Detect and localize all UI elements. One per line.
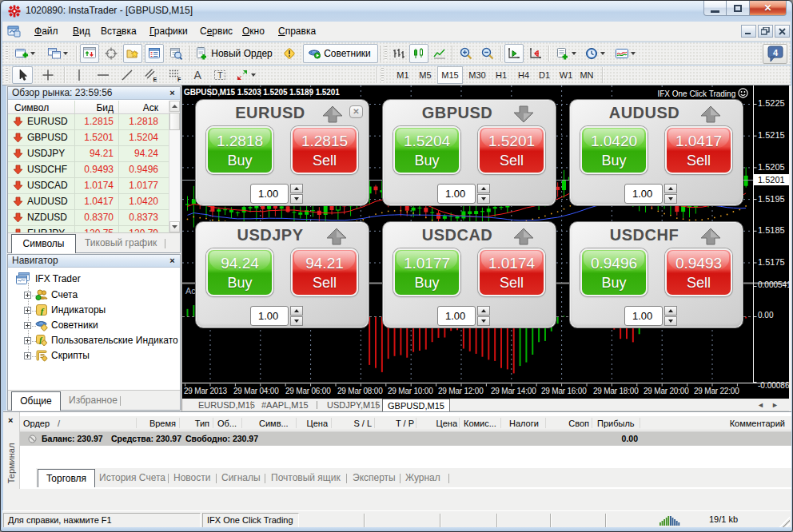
- timeframe-m30-button[interactable]: M30: [464, 66, 490, 84]
- market-watch-row-nzdusd[interactable]: NZDUSD0.83700.8373: [8, 210, 169, 226]
- volume-down-button[interactable]: [477, 194, 490, 204]
- arrows-tool-button[interactable]: [232, 66, 259, 84]
- new-order-button[interactable]: Новый Ордер: [194, 44, 276, 63]
- volume-up-button[interactable]: [664, 306, 677, 316]
- volume-up-button[interactable]: [477, 184, 490, 193]
- buy-button[interactable]: 94.24Buy: [206, 248, 273, 296]
- auto-scroll-button[interactable]: [504, 44, 524, 63]
- terminal-tab-4[interactable]: Почтовый ящик: [271, 472, 341, 483]
- chart-tab-eurusdm15[interactable]: EURUSD,M15: [193, 399, 260, 411]
- dropdown-arrow-icon[interactable]: [63, 52, 68, 55]
- timeframe-w1-button[interactable]: W1: [556, 66, 576, 84]
- crosshair-mode-button[interactable]: [102, 44, 121, 63]
- expand-icon[interactable]: [24, 307, 31, 314]
- tab-symbols[interactable]: Символы: [11, 234, 76, 253]
- dropdown-arrow-icon[interactable]: [572, 52, 576, 55]
- terminal-column-4[interactable]: Симв...: [259, 419, 289, 428]
- sell-button[interactable]: 1.0174Sell: [478, 248, 545, 296]
- expand-icon[interactable]: [24, 322, 31, 329]
- timeframe-m15-button[interactable]: M15: [437, 66, 463, 84]
- volume-input[interactable]: 1.00: [250, 184, 289, 204]
- tab-scroll-left-icon[interactable]: ◄: [757, 401, 764, 409]
- column-symbol[interactable]: Символ: [14, 102, 49, 113]
- chat-button[interactable]: 4: [763, 44, 787, 64]
- buy-button[interactable]: 1.5204Buy: [393, 126, 460, 174]
- terminal-tab-6[interactable]: Журнал: [405, 472, 440, 483]
- terminal-column-2[interactable]: Тип: [195, 419, 209, 428]
- terminal-column-10[interactable]: Налоги: [509, 419, 539, 428]
- volume-up-button[interactable]: [290, 184, 303, 193]
- market-watch-row-usdcad[interactable]: USDCAD1.01741.0177: [8, 178, 169, 194]
- expand-icon[interactable]: [24, 337, 31, 344]
- zoom-out-button[interactable]: [478, 44, 497, 63]
- sell-button[interactable]: 1.2815Sell: [291, 126, 358, 174]
- menu-item-графики[interactable]: Графики: [146, 22, 191, 42]
- market-watch-scrollbar[interactable]: [169, 101, 180, 232]
- restore-button[interactable]: [726, 1, 750, 16]
- terminal-column-0[interactable]: Ордер: [23, 419, 50, 428]
- text-tool-button[interactable]: A: [189, 66, 208, 84]
- terminal-column-5[interactable]: Цена: [307, 419, 328, 428]
- menu-item-окно[interactable]: Окно: [239, 22, 268, 42]
- terminal-tab-1[interactable]: История Счета: [99, 472, 165, 483]
- sell-button[interactable]: 1.0417Sell: [665, 126, 732, 174]
- buy-button[interactable]: 0.9496Buy: [580, 248, 648, 296]
- timeframe-h1-button[interactable]: H1: [492, 66, 511, 84]
- close-button[interactable]: ✕: [750, 1, 787, 16]
- terminal-column-13[interactable]: Комментарий: [730, 419, 785, 428]
- terminal-column-1[interactable]: Время: [149, 419, 176, 428]
- sell-button[interactable]: 0.9493Sell: [665, 248, 732, 296]
- timeframe-m5-button[interactable]: M5: [415, 66, 436, 84]
- navigator-close-icon[interactable]: ×: [167, 256, 177, 266]
- volume-up-button[interactable]: [290, 306, 303, 316]
- resize-grip[interactable]: [779, 517, 790, 528]
- market-watch-close-icon[interactable]: ×: [167, 88, 177, 98]
- scroll-down-button[interactable]: [169, 221, 180, 232]
- tab-common[interactable]: Общие: [11, 391, 61, 411]
- market-watch-column-headers[interactable]: СимволБидАск: [8, 101, 180, 114]
- chart-tab-usdjpym15[interactable]: USDJPY,M15: [322, 399, 385, 411]
- channel-tool-button[interactable]: E: [141, 66, 161, 84]
- periods-button[interactable]: [582, 44, 608, 63]
- market-watch-header[interactable]: Обзор рынка: 23:59:56 ×: [8, 87, 180, 100]
- volume-down-button[interactable]: [477, 316, 490, 326]
- templates-button[interactable]: [552, 44, 580, 63]
- market-watch-row-gbpusd[interactable]: GBPUSD1.52011.5204: [8, 130, 169, 146]
- zoom-in-button[interactable]: [456, 44, 476, 63]
- chart-tab-gbpusdm15[interactable]: GBPUSD,M15: [382, 399, 450, 412]
- vertical-line-tool-button[interactable]: [69, 66, 90, 84]
- buy-button[interactable]: 1.0177Buy: [393, 248, 460, 296]
- fibonacci-tool-button[interactable]: F: [165, 66, 185, 84]
- minimize-button[interactable]: [703, 1, 726, 16]
- timeframe-m1-button[interactable]: M1: [393, 66, 413, 84]
- tab-scroll-right-icon[interactable]: ►: [771, 401, 779, 409]
- volume-down-button[interactable]: [664, 194, 677, 204]
- bar-chart-button[interactable]: [389, 44, 408, 63]
- market-watch-row-audusd[interactable]: AUDUSD1.04171.0420: [8, 194, 169, 210]
- scroll-up-button[interactable]: [169, 101, 180, 112]
- market-watch-row-eurjpy[interactable]: EURJPY120.75120.79: [8, 226, 169, 232]
- tree-root-ifx-trader[interactable]: IFX Trader: [16, 272, 81, 286]
- title-bar[interactable]: 1020890: InstaTrader - [GBPUSD,M15] ✕: [2, 1, 791, 22]
- timeframe-d1-button[interactable]: D1: [535, 66, 554, 84]
- sell-button[interactable]: 94.21Sell: [291, 248, 358, 296]
- indicators-button[interactable]: [611, 44, 640, 63]
- chart-shift-button[interactable]: [526, 44, 545, 63]
- market-watch-toggle-button[interactable]: [145, 44, 164, 63]
- volume-input[interactable]: 1.00: [624, 306, 663, 326]
- timeframe-mn-button[interactable]: MN: [576, 66, 597, 84]
- tab-tick-chart[interactable]: Тиковый график: [85, 237, 157, 248]
- terminal-column-6[interactable]: S / L: [353, 419, 372, 428]
- volume-input[interactable]: 1.00: [250, 306, 289, 326]
- menu-item-вставка[interactable]: Вставка: [98, 22, 140, 42]
- menu-item-вид[interactable]: Вид: [70, 22, 94, 42]
- crosshair-tool-button[interactable]: [38, 66, 58, 84]
- sell-button[interactable]: 1.5201Sell: [478, 126, 545, 174]
- candlestick-chart-button[interactable]: [409, 44, 428, 63]
- dropdown-arrow-icon[interactable]: [251, 73, 256, 77]
- horizontal-line-tool-button[interactable]: [93, 66, 114, 84]
- column-ask[interactable]: Аск: [115, 102, 158, 113]
- menu-item-справка[interactable]: Справка: [275, 22, 319, 42]
- terminal-tab-2[interactable]: Новости: [173, 472, 210, 483]
- volume-input[interactable]: 1.00: [437, 306, 476, 326]
